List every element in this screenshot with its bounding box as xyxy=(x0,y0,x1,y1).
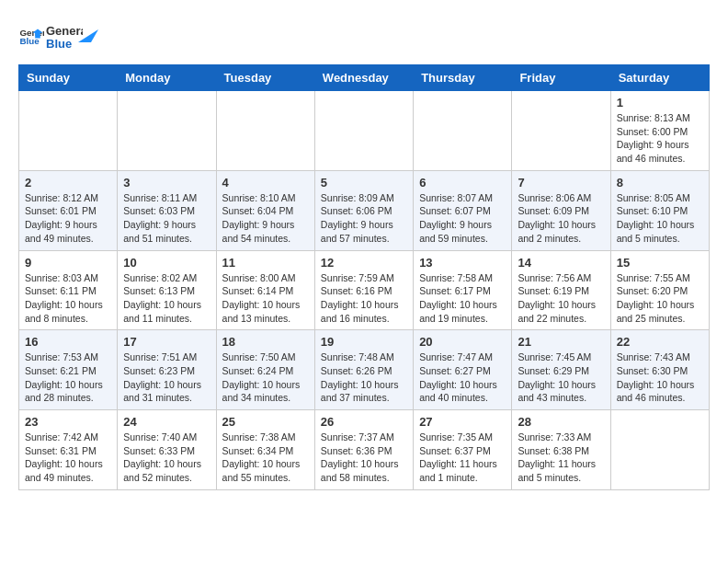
svg-text:General: General xyxy=(46,24,83,38)
calendar-cell: 23Sunrise: 7:42 AM Sunset: 6:31 PM Dayli… xyxy=(19,410,118,490)
calendar-cell: 2Sunrise: 8:12 AM Sunset: 6:01 PM Daylig… xyxy=(19,170,118,250)
calendar-cell: 5Sunrise: 8:09 AM Sunset: 6:06 PM Daylig… xyxy=(314,170,413,250)
calendar-week-4: 16Sunrise: 7:53 AM Sunset: 6:21 PM Dayli… xyxy=(19,330,710,410)
day-number: 21 xyxy=(518,335,604,349)
calendar-cell: 15Sunrise: 7:55 AM Sunset: 6:20 PM Dayli… xyxy=(610,250,709,330)
day-info: Sunrise: 8:02 AM Sunset: 6:13 PM Dayligh… xyxy=(123,271,210,326)
day-number: 26 xyxy=(321,415,407,429)
calendar-cell: 28Sunrise: 7:33 AM Sunset: 6:38 PM Dayli… xyxy=(512,410,610,490)
weekday-header-friday: Friday xyxy=(512,65,610,91)
calendar-body: 1Sunrise: 8:13 AM Sunset: 6:00 PM Daylig… xyxy=(19,91,710,490)
day-number: 7 xyxy=(518,176,604,190)
day-number: 10 xyxy=(123,256,210,270)
day-number: 11 xyxy=(222,256,309,270)
calendar-cell: 4Sunrise: 8:10 AM Sunset: 6:04 PM Daylig… xyxy=(216,170,314,250)
day-info: Sunrise: 7:40 AM Sunset: 6:33 PM Dayligh… xyxy=(123,431,210,485)
calendar-week-2: 2Sunrise: 8:12 AM Sunset: 6:01 PM Daylig… xyxy=(19,170,710,250)
day-info: Sunrise: 8:12 AM Sunset: 6:01 PM Dayligh… xyxy=(25,191,111,246)
weekday-header-wednesday: Wednesday xyxy=(314,65,413,91)
calendar-cell: 7Sunrise: 8:06 AM Sunset: 6:09 PM Daylig… xyxy=(512,170,610,250)
day-number: 18 xyxy=(222,335,309,349)
day-info: Sunrise: 8:10 AM Sunset: 6:04 PM Dayligh… xyxy=(222,191,309,246)
day-number: 1 xyxy=(617,96,703,109)
day-number: 3 xyxy=(123,176,210,190)
calendar-cell: 16Sunrise: 7:53 AM Sunset: 6:21 PM Dayli… xyxy=(19,330,118,410)
day-info: Sunrise: 8:09 AM Sunset: 6:06 PM Dayligh… xyxy=(321,191,407,246)
day-info: Sunrise: 7:47 AM Sunset: 6:27 PM Dayligh… xyxy=(419,350,506,405)
calendar-week-5: 23Sunrise: 7:42 AM Sunset: 6:31 PM Dayli… xyxy=(19,410,710,490)
weekday-header-monday: Monday xyxy=(118,65,216,91)
logo: General Blue General Blue xyxy=(18,18,98,55)
logo-graphic: General Blue xyxy=(46,18,83,55)
weekday-header-thursday: Thursday xyxy=(414,65,512,91)
calendar-cell: 18Sunrise: 7:50 AM Sunset: 6:24 PM Dayli… xyxy=(216,330,314,410)
day-info: Sunrise: 8:03 AM Sunset: 6:11 PM Dayligh… xyxy=(25,271,111,326)
day-info: Sunrise: 7:58 AM Sunset: 6:17 PM Dayligh… xyxy=(419,271,506,326)
day-info: Sunrise: 7:35 AM Sunset: 6:37 PM Dayligh… xyxy=(419,431,506,485)
calendar-cell xyxy=(216,91,314,171)
calendar-cell: 6Sunrise: 8:07 AM Sunset: 6:07 PM Daylig… xyxy=(414,170,512,250)
calendar-cell: 21Sunrise: 7:45 AM Sunset: 6:29 PM Dayli… xyxy=(512,330,610,410)
day-info: Sunrise: 7:33 AM Sunset: 6:38 PM Dayligh… xyxy=(518,431,604,485)
calendar-week-1: 1Sunrise: 8:13 AM Sunset: 6:00 PM Daylig… xyxy=(19,91,710,171)
weekday-header-saturday: Saturday xyxy=(610,65,709,91)
day-info: Sunrise: 8:13 AM Sunset: 6:00 PM Dayligh… xyxy=(617,111,703,166)
svg-marker-6 xyxy=(78,29,98,42)
day-number: 20 xyxy=(419,335,506,349)
weekday-header-tuesday: Tuesday xyxy=(216,65,314,91)
calendar-cell xyxy=(512,91,610,171)
day-info: Sunrise: 7:43 AM Sunset: 6:30 PM Dayligh… xyxy=(617,350,703,405)
calendar-cell: 1Sunrise: 8:13 AM Sunset: 6:00 PM Daylig… xyxy=(610,91,709,171)
calendar-cell: 12Sunrise: 7:59 AM Sunset: 6:16 PM Dayli… xyxy=(314,250,413,330)
day-number: 17 xyxy=(123,335,210,349)
calendar-cell: 11Sunrise: 8:00 AM Sunset: 6:14 PM Dayli… xyxy=(216,250,314,330)
day-info: Sunrise: 7:50 AM Sunset: 6:24 PM Dayligh… xyxy=(222,350,309,405)
calendar-cell: 3Sunrise: 8:11 AM Sunset: 6:03 PM Daylig… xyxy=(118,170,216,250)
day-info: Sunrise: 8:07 AM Sunset: 6:07 PM Dayligh… xyxy=(419,191,506,246)
logo-arrow xyxy=(78,22,98,42)
day-info: Sunrise: 7:48 AM Sunset: 6:26 PM Dayligh… xyxy=(321,350,407,405)
calendar-cell xyxy=(610,410,709,490)
calendar-cell: 13Sunrise: 7:58 AM Sunset: 6:17 PM Dayli… xyxy=(414,250,512,330)
page-header: General Blue General Blue xyxy=(18,18,710,55)
calendar-cell: 20Sunrise: 7:47 AM Sunset: 6:27 PM Dayli… xyxy=(414,330,512,410)
calendar-cell: 19Sunrise: 7:48 AM Sunset: 6:26 PM Dayli… xyxy=(314,330,413,410)
day-number: 13 xyxy=(419,256,506,270)
calendar-cell: 27Sunrise: 7:35 AM Sunset: 6:37 PM Dayli… xyxy=(414,410,512,490)
day-number: 23 xyxy=(25,415,111,429)
day-number: 12 xyxy=(321,256,407,270)
calendar-cell: 14Sunrise: 7:56 AM Sunset: 6:19 PM Dayli… xyxy=(512,250,610,330)
calendar-table: SundayMondayTuesdayWednesdayThursdayFrid… xyxy=(18,64,710,490)
day-number: 5 xyxy=(321,176,407,190)
day-info: Sunrise: 7:45 AM Sunset: 6:29 PM Dayligh… xyxy=(518,350,604,405)
calendar-cell: 26Sunrise: 7:37 AM Sunset: 6:36 PM Dayli… xyxy=(314,410,413,490)
day-number: 27 xyxy=(419,415,506,429)
day-info: Sunrise: 7:59 AM Sunset: 6:16 PM Dayligh… xyxy=(321,271,407,326)
day-number: 25 xyxy=(222,415,309,429)
day-info: Sunrise: 7:55 AM Sunset: 6:20 PM Dayligh… xyxy=(617,271,703,326)
day-number: 24 xyxy=(123,415,210,429)
day-info: Sunrise: 8:05 AM Sunset: 6:10 PM Dayligh… xyxy=(617,191,703,246)
day-number: 22 xyxy=(617,335,703,349)
day-number: 6 xyxy=(419,176,506,190)
day-number: 2 xyxy=(25,176,111,190)
day-info: Sunrise: 7:56 AM Sunset: 6:19 PM Dayligh… xyxy=(518,271,604,326)
day-info: Sunrise: 8:00 AM Sunset: 6:14 PM Dayligh… xyxy=(222,271,309,326)
calendar-cell xyxy=(314,91,413,171)
calendar-cell: 9Sunrise: 8:03 AM Sunset: 6:11 PM Daylig… xyxy=(19,250,118,330)
calendar-cell: 8Sunrise: 8:05 AM Sunset: 6:10 PM Daylig… xyxy=(610,170,709,250)
calendar-cell: 17Sunrise: 7:51 AM Sunset: 6:23 PM Dayli… xyxy=(118,330,216,410)
calendar-cell xyxy=(118,91,216,171)
day-info: Sunrise: 7:53 AM Sunset: 6:21 PM Dayligh… xyxy=(25,350,111,405)
calendar-cell xyxy=(19,91,118,171)
logo-icon: General Blue xyxy=(18,24,44,50)
weekday-header-row: SundayMondayTuesdayWednesdayThursdayFrid… xyxy=(19,65,710,91)
calendar-cell: 10Sunrise: 8:02 AM Sunset: 6:13 PM Dayli… xyxy=(118,250,216,330)
day-number: 28 xyxy=(518,415,604,429)
weekday-header-sunday: Sunday xyxy=(19,65,118,91)
day-number: 8 xyxy=(617,176,703,190)
calendar-week-3: 9Sunrise: 8:03 AM Sunset: 6:11 PM Daylig… xyxy=(19,250,710,330)
calendar-cell: 22Sunrise: 7:43 AM Sunset: 6:30 PM Dayli… xyxy=(610,330,709,410)
calendar-cell: 24Sunrise: 7:40 AM Sunset: 6:33 PM Dayli… xyxy=(118,410,216,490)
day-info: Sunrise: 7:38 AM Sunset: 6:34 PM Dayligh… xyxy=(222,431,309,485)
